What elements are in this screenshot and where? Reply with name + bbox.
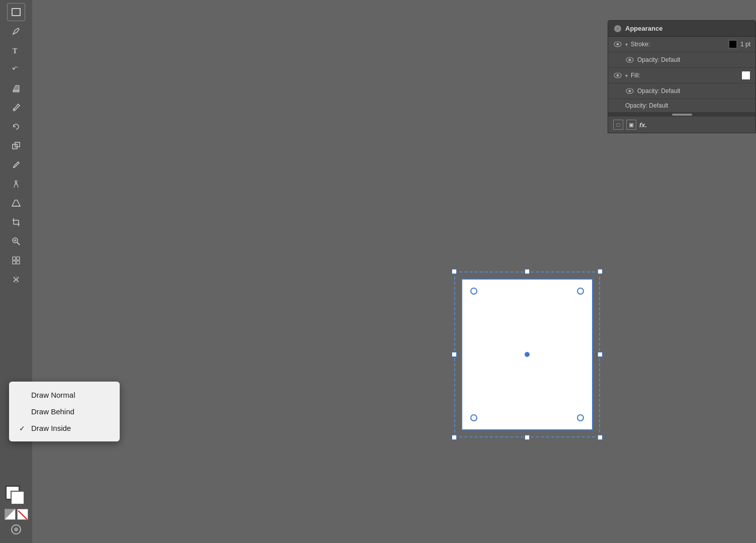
- panel-scroll-indicator: [608, 113, 755, 117]
- fill-row: ▾ Fill:: [608, 68, 755, 83]
- fill-stroke-color-area[interactable]: [6, 486, 27, 507]
- type-tool[interactable]: T: [7, 41, 25, 59]
- handle-bottom-left[interactable]: [452, 435, 457, 440]
- svg-point-33: [617, 43, 619, 46]
- handle-middle-left[interactable]: [452, 352, 457, 357]
- shape-inner: [461, 279, 593, 430]
- fill-color-swatch[interactable]: [11, 491, 25, 505]
- scroll-thumb: [672, 114, 692, 116]
- reflect-tool[interactable]: [7, 270, 25, 289]
- toolbar: T: [0, 0, 32, 543]
- eyedropper-tool[interactable]: [7, 156, 25, 174]
- stroke-expand-arrow[interactable]: ▾: [625, 42, 628, 47]
- svg-line-8: [13, 167, 14, 168]
- fill-opacity-eye[interactable]: [625, 86, 634, 96]
- svg-marker-15: [12, 200, 20, 206]
- draw-behind-checkmark: [19, 408, 27, 416]
- svg-point-39: [629, 90, 631, 93]
- undo-tool[interactable]: [7, 60, 25, 78]
- draw-mode-popup: Draw Normal Draw Behind ✓ Draw Inside: [9, 382, 120, 441]
- fx-label[interactable]: fx.: [639, 121, 647, 129]
- panel-close-button[interactable]: ×: [614, 25, 621, 32]
- stroke-visibility-eye[interactable]: [613, 40, 622, 49]
- draw-normal-label: Draw Normal: [31, 391, 75, 399]
- stroke-opacity-row: Opacity: Default: [608, 52, 755, 68]
- svg-point-35: [629, 59, 631, 61]
- appearance-panel-header: × Appearance: [608, 21, 755, 37]
- none-swatch[interactable]: [17, 509, 28, 520]
- appearance-panel-footer: □ ▣ fx.: [608, 117, 755, 133]
- handle-top-left[interactable]: [452, 269, 457, 274]
- stroke-value: 1 pt: [740, 41, 750, 48]
- svg-text:T: T: [13, 47, 18, 55]
- svg-rect-25: [13, 257, 16, 260]
- svg-rect-28: [17, 261, 20, 264]
- svg-line-12: [14, 185, 15, 188]
- selected-shape: [454, 272, 600, 437]
- svg-rect-4: [13, 90, 19, 92]
- draw-behind-label: Draw Behind: [31, 407, 74, 416]
- svg-point-37: [617, 74, 619, 77]
- rectangle-tool[interactable]: [7, 3, 25, 21]
- crop-tool[interactable]: [7, 213, 25, 231]
- eraser-tool[interactable]: [7, 79, 25, 98]
- svg-rect-26: [17, 257, 20, 260]
- appearance-panel-title: Appearance: [625, 25, 662, 32]
- fill-opacity-row: Opacity: Default: [608, 83, 755, 99]
- corner-circle-tr: [577, 288, 584, 295]
- handle-middle-right[interactable]: [598, 352, 603, 357]
- svg-line-22: [17, 242, 20, 245]
- handle-bottom-right[interactable]: [598, 435, 603, 440]
- svg-point-31: [14, 527, 18, 531]
- draw-inside-checkmark: ✓: [19, 424, 27, 432]
- stroke-opacity-label: Opacity: Default: [637, 56, 750, 63]
- gradient-swatch[interactable]: [5, 509, 16, 520]
- handle-bottom-center[interactable]: [525, 435, 530, 440]
- fill-label: Fill:: [631, 72, 738, 79]
- corner-circle-br: [577, 414, 584, 421]
- fill-color-swatch-panel[interactable]: [741, 71, 750, 80]
- stroke-color-swatch-panel[interactable]: [728, 40, 737, 49]
- fill-visibility-eye[interactable]: [613, 71, 622, 80]
- stroke-label: Stroke:: [631, 41, 725, 48]
- draw-behind-option[interactable]: Draw Behind: [9, 403, 120, 420]
- pen-tool[interactable]: [7, 22, 25, 40]
- none-gradient-area: [5, 509, 28, 520]
- svg-marker-3: [13, 85, 19, 90]
- new-item-icon[interactable]: □: [613, 120, 623, 130]
- draw-inside-label: Draw Inside: [31, 424, 71, 432]
- global-opacity-row: Opacity: Default: [608, 99, 755, 113]
- corner-circle-bl: [470, 414, 477, 421]
- draw-mode-button[interactable]: [7, 522, 25, 537]
- perspective-tool[interactable]: [7, 194, 25, 212]
- svg-line-13: [18, 185, 18, 188]
- handle-top-center[interactable]: [525, 269, 530, 274]
- fill-opacity-label: Opacity: Default: [637, 87, 750, 95]
- svg-rect-0: [12, 9, 20, 16]
- shape-builder-tool[interactable]: [7, 137, 25, 155]
- stroke-row: ▾ Stroke: 1 pt: [608, 37, 755, 52]
- corner-circle-tl: [470, 288, 477, 295]
- stroke-opacity-eye[interactable]: [625, 55, 634, 64]
- arrange-tool[interactable]: [7, 251, 25, 269]
- center-dot: [525, 352, 530, 357]
- draw-normal-option[interactable]: Draw Normal: [9, 387, 120, 403]
- handle-top-right[interactable]: [598, 269, 603, 274]
- global-opacity-label: Opacity: Default: [625, 102, 750, 109]
- puppet-warp-tool[interactable]: [7, 175, 25, 193]
- draw-normal-checkmark: [19, 391, 27, 399]
- paint-brush-tool[interactable]: [7, 99, 25, 117]
- zoom-tool[interactable]: [7, 232, 25, 250]
- appearance-panel: × Appearance ▾ Stroke: 1 pt Opacity: Def…: [608, 20, 756, 133]
- draw-inside-option[interactable]: ✓ Draw Inside: [9, 420, 120, 436]
- svg-point-9: [15, 180, 17, 183]
- duplicate-icon[interactable]: ▣: [626, 120, 636, 130]
- svg-rect-27: [13, 261, 16, 264]
- fill-expand-arrow[interactable]: ▾: [625, 73, 628, 78]
- rotate-tool[interactable]: [7, 118, 25, 136]
